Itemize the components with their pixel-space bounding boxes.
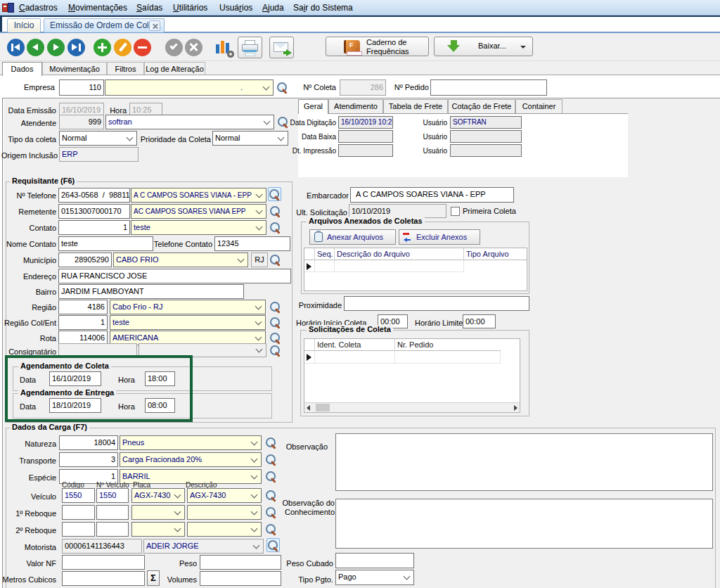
menu-usuarios[interactable]: Usuários (219, 0, 252, 15)
send-email-button[interactable] (269, 37, 294, 58)
horizontal-scrollbar[interactable] (304, 402, 520, 412)
veiculo-codigo-input[interactable]: 1550 (62, 488, 95, 503)
search-icon[interactable] (269, 205, 283, 219)
tab-inicio[interactable]: Início (7, 18, 41, 32)
reboque2-codigo-input[interactable] (62, 522, 95, 537)
veiculo-placa-combo[interactable]: AGX-7430 (131, 488, 185, 503)
valor-nf-input[interactable] (62, 555, 145, 570)
empresa-code-input[interactable]: 110 (59, 79, 104, 96)
telefone-input[interactable]: 2643-0568 / 98811 (58, 188, 130, 203)
search-icon[interactable] (269, 253, 283, 267)
search-icon[interactable] (269, 331, 283, 345)
excluir-anexos-button[interactable]: Excluir Anexos (399, 229, 480, 245)
municipio-combo[interactable]: CABO FRIO (113, 253, 248, 267)
tipo-pgto-combo[interactable]: Pago (335, 570, 414, 585)
contato-code-input[interactable]: 1 (58, 220, 130, 235)
veiculo-numero-input[interactable]: 1550 (96, 488, 129, 503)
telefone-contato-input[interactable]: 12345 (214, 236, 290, 251)
veiculo-descricao-combo[interactable]: AGX-7430 (187, 488, 262, 503)
tab-container[interactable]: Container (515, 99, 562, 113)
delete-button[interactable] (134, 39, 151, 56)
bairro-input[interactable]: JARDIM FLAMBOYANT (58, 284, 244, 299)
last-record-button[interactable] (68, 39, 85, 56)
chart-button[interactable] (215, 38, 233, 56)
primeira-coleta-checkbox[interactable] (451, 207, 460, 216)
search-icon[interactable] (265, 453, 278, 467)
tipo-coleta-combo[interactable]: Normal (59, 131, 137, 146)
reboque2-numero-input[interactable] (96, 522, 129, 537)
regiao-combo[interactable]: Cabo Frio - RJ (110, 300, 266, 314)
search-icon[interactable] (265, 436, 278, 450)
reboque1-placa-combo[interactable] (131, 505, 185, 520)
nome-contato-input[interactable]: teste (58, 236, 153, 251)
tab-log-alteracao[interactable]: Log de Alteração (144, 62, 205, 75)
search-icon[interactable] (266, 538, 280, 552)
volumes-input[interactable] (200, 571, 281, 586)
menu-saidas[interactable]: Saídas (136, 0, 162, 15)
tab-atendimento[interactable]: Atendimento (328, 99, 383, 113)
scroll-right-icon[interactable] (514, 405, 518, 411)
cancel-button[interactable] (185, 39, 202, 56)
reboque2-descricao-combo[interactable] (187, 522, 262, 537)
first-record-button[interactable] (7, 39, 25, 56)
municipio-code-input[interactable]: 28905290 (58, 253, 112, 267)
tab-dados[interactable]: Dados (2, 62, 42, 76)
search-icon[interactable] (265, 470, 278, 484)
tab-filtros[interactable]: Filtros (107, 62, 144, 75)
add-button[interactable] (94, 39, 111, 56)
endereco-input[interactable]: RUA FRANCISCO JOSE (58, 269, 291, 283)
anexar-arquivos-button[interactable]: Anexar Arquivos (309, 229, 396, 245)
menu-sair[interactable]: Sair do Sistema (293, 0, 353, 15)
motorista-combo[interactable]: ADEIR JORGE (143, 539, 264, 554)
observacao-conhecimento-textarea[interactable] (335, 499, 713, 549)
regiao-code-input[interactable]: 4186 (58, 300, 108, 314)
search-icon[interactable] (277, 115, 290, 129)
prioridade-combo[interactable]: Normal (212, 131, 288, 146)
regiao-colent-code-input[interactable]: 1 (58, 315, 108, 330)
solicitacoes-grid[interactable]: Ident. Coleta Nr. Pedido (304, 338, 520, 413)
proximidade-input[interactable] (344, 296, 529, 311)
close-icon[interactable] (149, 20, 160, 31)
transporte-code-input[interactable]: 3 (59, 452, 118, 467)
regiao-colent-combo[interactable]: teste (110, 315, 266, 330)
contato-combo[interactable]: teste (131, 220, 266, 235)
tab-cotacao-frete[interactable]: Cotação de Frete (448, 99, 515, 113)
search-icon[interactable] (269, 300, 283, 314)
tab-movimentacao[interactable]: Movimentação (42, 62, 107, 75)
print-button[interactable] (238, 37, 262, 58)
search-icon[interactable] (269, 316, 283, 330)
observacao-textarea[interactable] (335, 433, 713, 491)
n-pedido-input[interactable] (430, 79, 547, 96)
menu-ajuda[interactable]: Ajuda (262, 0, 284, 15)
peso-cubado-input[interactable] (335, 553, 414, 568)
menu-movimentacoes[interactable]: Movimentações (68, 0, 127, 15)
embarcador-input[interactable]: A C CAMPOS SOARES VIANA - EPP (350, 187, 514, 203)
reboque2-placa-combo[interactable] (131, 522, 185, 537)
next-record-button[interactable] (47, 39, 65, 56)
dropdown-caret-icon[interactable] (520, 46, 526, 49)
scroll-left-icon[interactable] (307, 405, 310, 411)
baixar-button[interactable]: Baixar... (434, 37, 533, 56)
search-icon[interactable] (265, 506, 278, 520)
empresa-combo[interactable]: . (105, 79, 274, 96)
tab-emissao-ordem-coleta[interactable]: Emissão de Ordem de Coleta (44, 18, 165, 32)
peso-input[interactable] (200, 555, 281, 570)
natureza-combo[interactable]: Pneus (120, 435, 262, 450)
reboque1-numero-input[interactable] (96, 505, 129, 520)
transporte-combo[interactable]: Carga Fracionada 20% (120, 452, 262, 467)
remetente-input[interactable]: 01513007000170 (58, 204, 130, 219)
search-icon[interactable] (269, 344, 283, 358)
previous-record-button[interactable] (27, 39, 44, 56)
arquivos-grid[interactable]: Seq. Descrição do Arquivo Tipo Arquivo (304, 248, 527, 291)
search-icon[interactable] (276, 81, 290, 95)
confirm-button[interactable] (165, 39, 183, 56)
tab-geral[interactable]: Geral (298, 99, 328, 114)
reboque1-codigo-input[interactable] (62, 505, 95, 520)
scroll-thumb[interactable] (316, 404, 330, 411)
menu-cadastros[interactable]: Cadastros (19, 0, 58, 15)
sum-button[interactable]: Σ (147, 570, 160, 586)
search-icon[interactable] (269, 221, 283, 235)
remetente-combo[interactable]: AC CAMPOS SOARES VIANA EPP (131, 204, 266, 219)
atendente-combo[interactable]: softran (105, 115, 274, 129)
edit-button[interactable] (114, 39, 131, 56)
